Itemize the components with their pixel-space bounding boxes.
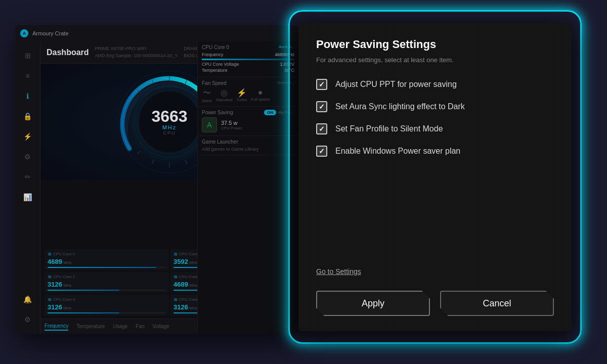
dialog-title: Power Saving Settings: [316, 38, 554, 51]
dialog-subtitle: For advanced settings, select at least o…: [316, 56, 554, 64]
sidebar-item-profile[interactable]: ⚡: [19, 127, 37, 146]
right-panel: CPU Core 0 Aura S... Frequency 4689MHz C…: [197, 41, 298, 334]
tab-usage[interactable]: Usage: [113, 323, 127, 330]
power-saving-dialog: Power Saving Settings For advanced setti…: [298, 23, 572, 331]
fan-section: Fan Speed Scenari... 〜 Silent ◎ Standard…: [198, 77, 298, 107]
tab-temperature[interactable]: Temperature: [76, 323, 105, 330]
sidebar-item-info[interactable]: ℹ: [19, 87, 37, 105]
checkbox-label-win-power: Enable Windows Power saver plan: [335, 147, 460, 156]
checkbox-win-power[interactable]: ✓ Enable Windows Power saver plan: [316, 146, 554, 157]
game-launcher-section: Game Launcher Add games to Game Library: [198, 136, 298, 155]
tab-fan[interactable]: Fan: [136, 323, 144, 330]
checkbox-list: ✓ Adjust CPU PPT for power saving ✓ Set …: [316, 79, 554, 260]
speed-display: 3663 MHz CPU: [151, 108, 187, 135]
checkbox-label-cpu-ppt: Adjust CPU PPT for power saving: [335, 80, 457, 89]
app-window: A Armoury Crate ⊞ ≡ ℹ 🔒 ⚡ ⚙ ✏ 📊 🔔 ⚙ Dash…: [15, 25, 298, 334]
tab-frequency[interactable]: Frequency: [45, 322, 68, 331]
checkbox-box-fan-profile[interactable]: ✓: [316, 123, 327, 134]
title-bar: A Armoury Crate: [15, 25, 298, 41]
core-item-4: ≋ CPU Core 4 3126 MHz: [45, 295, 168, 315]
dashboard-meta: PRIME X670E-PRO WIFI AMD Eng Sample: 100…: [95, 46, 178, 59]
checkbox-label-aura-sync: Set Aura Sync lighting effect to Dark: [335, 102, 465, 111]
sidebar-item-gear[interactable]: ⚙: [19, 310, 37, 329]
dialog-buttons: Apply Cancel: [316, 291, 554, 316]
core-item-0: ≋ CPU Core 0 4689 MHz: [45, 249, 168, 270]
sidebar-item-stats[interactable]: 📊: [19, 188, 37, 206]
go-to-settings-link[interactable]: Go to Settings: [316, 267, 554, 276]
speed-value: 3663: [151, 108, 187, 124]
sidebar-item-edit[interactable]: ✏: [19, 168, 37, 186]
sidebar-item-menu[interactable]: ≡: [19, 67, 37, 85]
checkbox-label-fan-profile: Set Fan Profile to Silent Mode: [335, 124, 443, 133]
app-body: ⊞ ≡ ℹ 🔒 ⚡ ⚙ ✏ 📊 🔔 ⚙ Dashboard PRIME X670…: [15, 41, 298, 334]
apply-button[interactable]: Apply: [316, 291, 430, 316]
power-saving-section: Power Saving ON My Pre... A 37.5 w CPU P…: [198, 107, 298, 136]
sidebar-item-security[interactable]: 🔒: [19, 107, 37, 125]
app-icon: A: [20, 29, 28, 37]
sidebar: ⊞ ≡ ℹ 🔒 ⚡ ⚙ ✏ 📊 🔔 ⚙: [15, 41, 40, 334]
app-title: Armoury Crate: [32, 30, 69, 36]
sidebar-item-dashboard[interactable]: ⊞: [19, 47, 37, 65]
tab-voltage[interactable]: Voltage: [153, 323, 169, 330]
cancel-button[interactable]: Cancel: [440, 291, 554, 316]
checkbox-box-aura-sync[interactable]: ✓: [316, 101, 327, 112]
checkbox-box-win-power[interactable]: ✓: [316, 146, 327, 157]
dashboard-title: Dashboard: [47, 48, 89, 57]
sidebar-item-bell[interactable]: 🔔: [19, 290, 37, 308]
checkbox-fan-profile[interactable]: ✓ Set Fan Profile to Silent Mode: [316, 123, 554, 134]
checkbox-box-cpu-ppt[interactable]: ✓: [316, 79, 327, 90]
cpu-core-section: CPU Core 0 Aura S... Frequency 4689MHz C…: [198, 41, 298, 77]
core-item-2: ≋ CPU Core 2 3126 MHz: [45, 272, 168, 293]
checkbox-cpu-ppt[interactable]: ✓ Adjust CPU PPT for power saving: [316, 79, 554, 90]
sidebar-item-tools[interactable]: ⚙: [19, 148, 37, 166]
checkbox-aura-sync[interactable]: ✓ Set Aura Sync lighting effect to Dark: [316, 101, 554, 112]
speed-label: CPU: [151, 130, 187, 135]
